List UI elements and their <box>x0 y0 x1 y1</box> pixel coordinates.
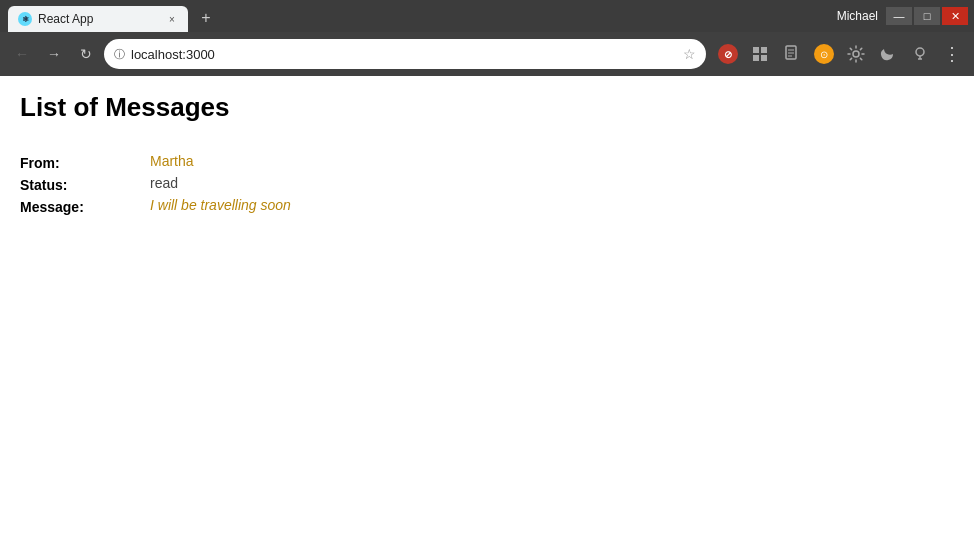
tab-title: React App <box>38 12 158 26</box>
night-mode-icon-button[interactable] <box>874 40 902 68</box>
tab-favicon: ⚛ <box>18 12 32 26</box>
status-label: Status: <box>20 175 150 193</box>
lamp-icon-button[interactable] <box>906 40 934 68</box>
svg-rect-1 <box>761 47 767 53</box>
status-value: read <box>150 175 954 193</box>
address-info-icon: ⓘ <box>114 47 125 62</box>
browser-content: List of Messages From: Martha Status: re… <box>0 76 974 548</box>
privacy-icon-button[interactable]: ⊙ <box>810 40 838 68</box>
forward-button[interactable]: → <box>40 40 68 68</box>
active-tab[interactable]: ⚛ React App × <box>8 6 188 32</box>
extensions-icon <box>751 45 769 63</box>
user-name: Michael <box>837 9 886 23</box>
message-value: I will be travelling soon <box>150 197 954 215</box>
page-icon-button[interactable] <box>778 40 806 68</box>
svg-rect-2 <box>753 55 759 61</box>
tab-area: ⚛ React App × + <box>8 0 837 32</box>
address-bar-container: ⓘ ☆ <box>104 39 706 69</box>
svg-point-8 <box>853 51 859 57</box>
settings-icon <box>847 45 865 63</box>
tab-close-button[interactable]: × <box>164 11 180 27</box>
minimize-button[interactable]: — <box>886 7 912 25</box>
svg-point-9 <box>916 48 924 56</box>
from-value: Martha <box>150 153 954 171</box>
browser-action-icons: ⊘ ⊙ <box>710 40 966 68</box>
page-heading: List of Messages <box>20 92 954 123</box>
page-icon <box>783 45 801 63</box>
night-mode-icon <box>879 45 897 63</box>
settings-icon-button[interactable] <box>842 40 870 68</box>
message-label: Message: <box>20 197 150 215</box>
svg-rect-3 <box>761 55 767 61</box>
reload-button[interactable]: ↻ <box>72 40 100 68</box>
title-bar: ⚛ React App × + Michael — □ ✕ <box>0 0 974 32</box>
window-controls: — □ ✕ <box>886 7 974 25</box>
privacy-icon: ⊙ <box>814 44 834 64</box>
menu-button[interactable]: ⋮ <box>938 40 966 68</box>
lamp-icon <box>911 45 929 63</box>
close-button[interactable]: ✕ <box>942 7 968 25</box>
extension-icon-button[interactable] <box>746 40 774 68</box>
back-button[interactable]: ← <box>8 40 36 68</box>
svg-rect-0 <box>753 47 759 53</box>
message-card: From: Martha Status: read Message: I wil… <box>20 153 954 215</box>
new-tab-button[interactable]: + <box>192 4 220 32</box>
navigation-bar: ← → ↻ ⓘ ☆ ⊘ <box>0 32 974 76</box>
browser-window: ⚛ React App × + Michael — □ ✕ ← → ↻ ⓘ ☆ … <box>0 0 974 548</box>
bookmark-icon[interactable]: ☆ <box>683 46 696 62</box>
from-label: From: <box>20 153 150 171</box>
adblock-icon-button[interactable]: ⊘ <box>714 40 742 68</box>
maximize-button[interactable]: □ <box>914 7 940 25</box>
address-bar[interactable] <box>131 47 677 62</box>
adblock-icon: ⊘ <box>718 44 738 64</box>
